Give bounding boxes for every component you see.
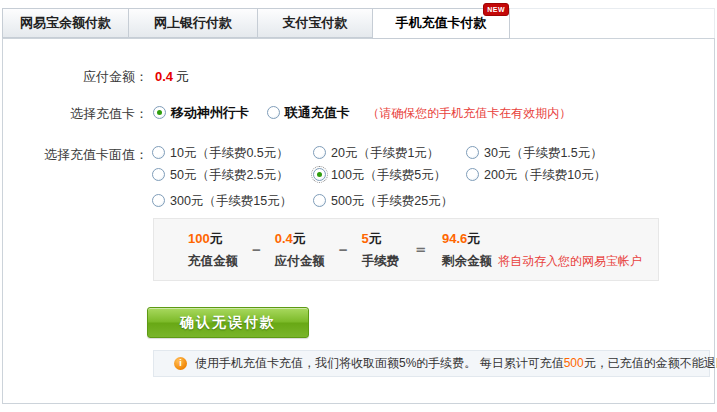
radio-denom-500[interactable]: 500元（手续费25元） (313, 191, 466, 209)
radio-label: 联通充值卡 (285, 105, 350, 120)
calc-term-label: 应付金额 (275, 253, 325, 269)
tab-online-banking[interactable]: 网上银行付款 (128, 8, 257, 38)
radio-label: 200元（手续费10元） (484, 168, 606, 182)
radio-label: 300元（手续费15元） (170, 194, 292, 208)
footnote-text-before: 使用手机充值卡充值，我们将收取面额5%的手续费。 每日累计可充值 (195, 356, 564, 370)
radio-label: 10元（手续费0.5元） (170, 146, 289, 160)
radio-denom-100[interactable]: 100元（手续费5元） (313, 165, 466, 187)
calc-unit: 元 (293, 231, 306, 246)
minus-operator: − (252, 241, 261, 258)
tab-content-panel: 应付金额： 0.4元 选择充值卡： 移动神州行卡 联通充值卡 （请确保您的手机充… (2, 38, 715, 404)
radio-button-icon[interactable] (267, 106, 280, 119)
footnote-highlight: 500 (564, 356, 584, 370)
equals-operator: ＝ (413, 240, 428, 259)
radio-button-icon[interactable] (152, 168, 165, 181)
calc-unit: 元 (210, 231, 223, 246)
amount-due-label: 应付金额： (3, 68, 148, 86)
radio-denom-30[interactable]: 30元（手续费1.5元） (466, 143, 606, 165)
footnote-text: 使用手机充值卡充值，我们将收取面额5%的手续费。 每日累计可充值500元，已充值… (195, 355, 717, 372)
card-type-options: 移动神州行卡 联通充值卡 （请确保您的手机充值卡在有效期内） (153, 103, 571, 123)
radio-denom-50[interactable]: 50元（手续费2.5元） (152, 165, 313, 187)
calc-value: 0.4 (275, 231, 293, 246)
calc-unit: 元 (369, 231, 382, 246)
radio-label: 移动神州行卡 (171, 105, 249, 120)
info-icon: i (174, 357, 187, 370)
radio-denom-10[interactable]: 10元（手续费0.5元） (152, 143, 313, 165)
radio-china-unicom-card[interactable]: 联通充值卡 (267, 105, 350, 120)
calc-amount-due: 0.4元 应付金额 (275, 231, 325, 269)
calc-term-label: 手续费 (362, 253, 400, 269)
payment-screen: 网易宝余额付款 网上银行付款 支付宝付款 手机充值卡付款 NEW 应付金额： 0… (0, 0, 717, 412)
radio-button-icon[interactable] (153, 106, 166, 119)
calc-service-fee: 5元 手续费 (362, 231, 400, 269)
radio-button-icon[interactable] (313, 168, 326, 181)
calc-remaining-amount: 94.6元 剩余金额将自动存入您的网易宝帐户 (442, 231, 642, 269)
auto-deposit-note: 将自动存入您的网易宝帐户 (498, 254, 642, 268)
card-validity-note: （请确保您的手机充值卡在有效期内） (367, 106, 571, 120)
footnote-bar: i 使用手机充值卡充值，我们将收取面额5%的手续费。 每日累计可充值500元，已… (153, 350, 710, 377)
radio-denom-300[interactable]: 300元（手续费15元） (152, 191, 313, 209)
calc-recharge-amount: 100元 充值金额 (188, 231, 238, 269)
amount-due-unit: 元 (176, 69, 189, 84)
tab-label: 手机充值卡付款 (396, 15, 487, 30)
card-type-label: 选择充值卡： (3, 105, 148, 123)
calc-unit: 元 (467, 231, 480, 246)
amount-due-number: 0.4 (155, 69, 173, 84)
minus-operator: − (339, 241, 348, 258)
footnote-text-after: 元，已充值的金额不能退回到卡中。 (584, 356, 717, 370)
radio-china-mobile-card[interactable]: 移动神州行卡 (153, 105, 249, 120)
radio-label: 500元（手续费25元） (331, 194, 453, 208)
calc-term-label: 剩余金额 (442, 254, 492, 268)
radio-denom-200[interactable]: 200元（手续费10元） (466, 165, 606, 187)
tab-alipay[interactable]: 支付宝付款 (257, 8, 372, 38)
radio-label: 30元（手续费1.5元） (484, 146, 603, 160)
radio-button-icon[interactable] (466, 168, 479, 181)
tab-mobile-recharge-card[interactable]: 手机充值卡付款 NEW (372, 8, 510, 39)
radio-denom-20[interactable]: 20元（手续费1元） (313, 143, 466, 165)
denomination-options: 10元（手续费0.5元） 20元（手续费1元） 30元（手续费1.5元） 50元… (152, 143, 606, 209)
radio-label: 20元（手续费1元） (331, 146, 439, 160)
payment-method-tabs: 网易宝余额付款 网上银行付款 支付宝付款 手机充值卡付款 NEW (2, 8, 715, 39)
tab-strip-filler (510, 8, 715, 38)
amount-due-value: 0.4元 (155, 68, 189, 86)
calc-value: 100 (188, 231, 210, 246)
radio-button-icon[interactable] (152, 146, 165, 159)
new-badge: NEW (483, 3, 509, 16)
denomination-label: 选择充值卡面值： (3, 146, 148, 164)
radio-button-icon[interactable] (313, 194, 326, 207)
fee-calculation-box: 100元 充值金额 − 0.4元 应付金额 − 5元 手续费 ＝ 94.6元 剩… (153, 218, 659, 281)
radio-button-icon[interactable] (313, 146, 326, 159)
radio-button-icon[interactable] (152, 194, 165, 207)
radio-label: 100元（手续费5元） (331, 168, 446, 182)
tab-netease-balance[interactable]: 网易宝余额付款 (2, 8, 128, 38)
calc-value: 5 (362, 231, 369, 246)
radio-label: 50元（手续费2.5元） (170, 168, 289, 182)
calc-value: 94.6 (442, 231, 467, 246)
confirm-payment-button[interactable]: 确认无误付款 (147, 307, 309, 338)
radio-button-icon[interactable] (466, 146, 479, 159)
calc-term-label: 充值金额 (188, 253, 238, 269)
